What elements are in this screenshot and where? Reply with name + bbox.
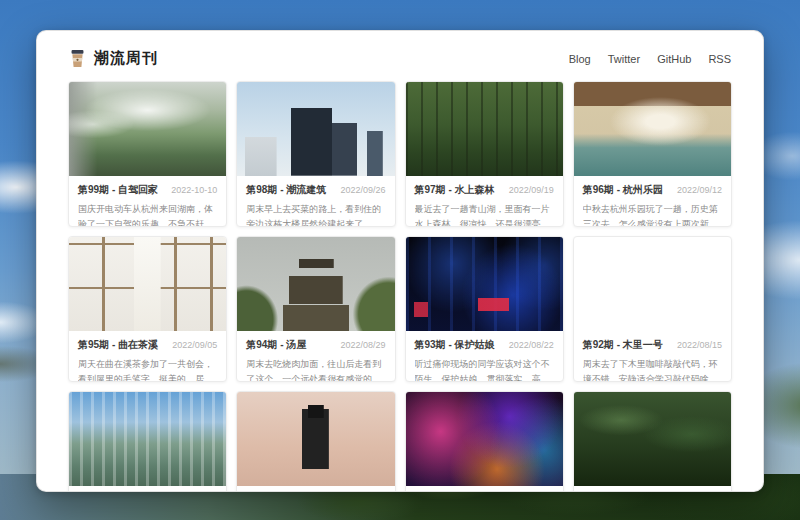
card-description: 周末早上去买菜的路上，看到住的旁边这栋大楼居然给建起来了，在阳光下的无遮镜效果真… [246, 202, 385, 227]
card-body: 第96期 - 杭州乐园 2022/09/12 中秋去杭州乐园玩了一趟，历史第三次… [574, 176, 731, 227]
card-body: 第92期 - 木里一号 2022/08/15 周末去了下木里咖啡敲敲代码，环境不… [574, 331, 731, 382]
card-description: 最近去了一趟青山湖，里面有一片水上森林，很凉快，还是很漂亮的，适合散散步。 [415, 202, 554, 227]
card-date: 2022/08/22 [509, 340, 554, 350]
black-bottle-photo [237, 392, 394, 486]
card-body: 第88期 - 大水枪 2022/07/18 [574, 486, 731, 492]
card-title[interactable]: 第96期 - 杭州乐园 [583, 183, 663, 197]
card-description: 中秋去杭州乐园玩了一趟，历史第三次去，怎么感觉没有上两次新鲜了，除去这个水还可以… [583, 202, 722, 227]
issue-card[interactable]: 第98期 - 潮流建筑 2022/09/26 周末早上去买菜的路上，看到住的旁边… [236, 81, 395, 227]
issue-card[interactable]: 第94期 - 汤屋 2022/08/29 周末去吃烧肉加面，往山后走看到了这个，… [236, 236, 395, 382]
issue-card[interactable]: 第89期 - 去避暑吧 2022/07/25 [405, 391, 564, 492]
card-title[interactable]: 第93期 - 保护姑娘 [415, 338, 495, 352]
coffee-cup-logo-icon [69, 49, 86, 68]
browser-window: 潮流周刊 BlogTwitterGitHubRSS 第99期 - 自驾回家 20… [36, 30, 764, 492]
water-forest-photo [406, 82, 563, 176]
issue-card[interactable]: 第96期 - 杭州乐园 2022/09/12 中秋去杭州乐园玩了一趟，历史第三次… [573, 81, 732, 227]
site-title: 潮流周刊 [94, 49, 158, 68]
card-description: 周天在曲在溪茶参加了一共创会，看到屋里的毛笔字，挺美的，居然是老板自己写的，牛的… [78, 357, 217, 382]
card-body: 第95期 - 曲在茶溪 2022/09/05 周天在曲在溪茶参加了一共创会，看到… [69, 331, 226, 382]
nav-link-twitter[interactable]: Twitter [608, 53, 640, 65]
card-body: 第99期 - 自驾回家 2022-10-10 国庆开电动车从杭州来回湖南，体验了… [69, 176, 226, 227]
misty-mountains-photo [69, 82, 226, 176]
card-body: 第98期 - 潮流建筑 2022/09/26 周末早上去买菜的路上，看到住的旁边… [237, 176, 394, 227]
card-date: 2022/09/19 [509, 185, 554, 195]
issue-card[interactable]: 第93期 - 保护姑娘 2022/08/22 听过痛仰现场的同学应该对这个不陌生… [405, 236, 564, 382]
issue-card[interactable]: 第99期 - 自驾回家 2022-10-10 国庆开电动车从杭州来回湖南，体验了… [68, 81, 227, 227]
site-header: 潮流周刊 BlogTwitterGitHubRSS [37, 31, 763, 81]
site-brand[interactable]: 潮流周刊 [69, 49, 158, 68]
card-body: 第91期 - 天目里 2022/08/08 [69, 486, 226, 492]
nav-link-blog[interactable]: Blog [569, 53, 591, 65]
card-body: 第97期 - 水上森林 2022/09/19 最近去了一趟青山湖，里面有一片水上… [406, 176, 563, 227]
card-title[interactable]: 第95期 - 曲在茶溪 [78, 338, 158, 352]
water-spray-photo [574, 82, 731, 176]
nav-link-rss[interactable]: RSS [708, 53, 731, 65]
issue-card[interactable]: 第88期 - 大水枪 2022/07/18 [573, 391, 732, 492]
concert-stage-photo [406, 237, 563, 331]
card-date: 2022-10-10 [171, 185, 217, 195]
bathhouse-photo [237, 237, 394, 331]
card-description: 国庆开电动车从杭州来回湖南，体验了一下自驾的乐趣，不急不赶，很幸运累计只堵了..… [78, 202, 217, 227]
card-date: 2022/09/26 [340, 185, 385, 195]
card-date: 2022/09/05 [172, 340, 217, 350]
skyscraper-photo [237, 82, 394, 176]
cards-grid: 第99期 - 自驾回家 2022-10-10 国庆开电动车从杭州来回湖南，体验了… [37, 81, 763, 492]
glass-buildings-photo [69, 392, 226, 486]
card-title[interactable]: 第97期 - 水上森林 [415, 183, 495, 197]
issue-card[interactable]: 第90期 - 山仓子 2022/08/01 [236, 391, 395, 492]
card-title[interactable]: 第92期 - 木里一号 [583, 338, 663, 352]
nav-link-github[interactable]: GitHub [657, 53, 691, 65]
card-title[interactable]: 第94期 - 汤屋 [246, 338, 306, 352]
card-date: 2022/08/15 [677, 340, 722, 350]
card-description: 听过痛仰现场的同学应该对这个不陌生，保护姑娘，贯彻落实，高虎这一群人看着老了，但… [415, 357, 554, 382]
issue-card[interactable]: 第95期 - 曲在茶溪 2022/09/05 周天在曲在溪茶参加了一共创会，看到… [68, 236, 227, 382]
issue-card[interactable]: 第92期 - 木里一号 2022/08/15 周末去了下木里咖啡敲敲代码，环境不… [573, 236, 732, 382]
card-title[interactable]: 第99期 - 自驾回家 [78, 183, 158, 197]
card-date: 2022/09/12 [677, 185, 722, 195]
issue-card[interactable]: 第91期 - 天目里 2022/08/08 [68, 391, 227, 492]
card-body: 第94期 - 汤屋 2022/08/29 周末去吃烧肉加面，往山后走看到了这个，… [237, 331, 394, 382]
card-body: 第93期 - 保护姑娘 2022/08/22 听过痛仰现场的同学应该对这个不陌生… [406, 331, 563, 382]
card-date: 2022/08/29 [340, 340, 385, 350]
issue-card[interactable]: 第97期 - 水上森林 2022/09/19 最近去了一趟青山湖，里面有一片水上… [405, 81, 564, 227]
card-description: 周末去吃烧肉加面，往山后走看到了这个，一个远处看很有感觉的建筑，查了查叫汤屋。 [246, 357, 385, 382]
night-forest-photo [574, 392, 731, 486]
card-description: 周末去了下木里咖啡敲敲代码，环境不错，安静适合学习敲代码啥的，由于下午 3 点多… [583, 357, 722, 382]
shoji-calligraphy-photo [69, 237, 226, 331]
orange-juice-photo [574, 237, 731, 331]
cave-lights-photo [406, 392, 563, 486]
header-nav: BlogTwitterGitHubRSS [569, 53, 731, 65]
card-body: 第89期 - 去避暑吧 2022/07/25 [406, 486, 563, 492]
card-title[interactable]: 第98期 - 潮流建筑 [246, 183, 326, 197]
card-body: 第90期 - 山仓子 2022/08/01 [237, 486, 394, 492]
